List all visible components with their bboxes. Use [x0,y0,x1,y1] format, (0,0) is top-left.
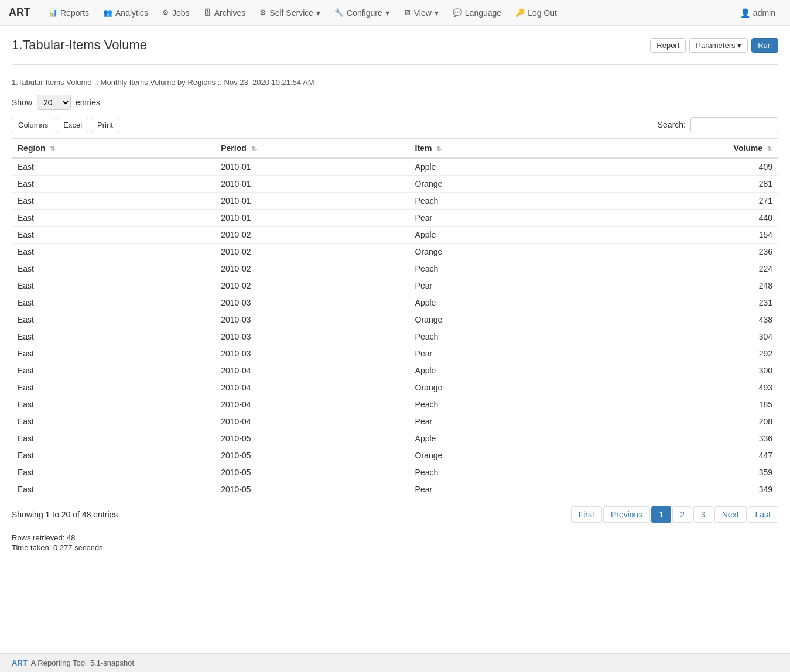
cell-item: Orange [409,379,570,396]
cell-region: East [12,430,215,447]
nav-item-archives[interactable]: 🗄 Archives [198,6,252,20]
cell-period: 2010-02 [215,260,409,277]
nav-item-view[interactable]: 🖥 View ▾ [398,6,444,20]
nav-item-analytics[interactable]: 👥 Analytics [97,6,154,20]
cell-item: Orange [409,176,570,193]
nav-items: 📊 Reports 👥 Analytics ⚙ Jobs 🗄 Archives … [42,6,734,20]
previous-page-button[interactable]: Previous [603,506,650,523]
col-period[interactable]: Period ⇅ [215,139,409,159]
cell-item: Pear [409,413,570,430]
col-region[interactable]: Region ⇅ [12,139,215,159]
last-page-button[interactable]: Last [748,506,778,523]
cell-period: 2010-04 [215,396,409,413]
table-row: East 2010-04 Peach 185 [12,396,778,413]
chevron-down-icon: ▾ [435,8,439,18]
pagination: First Previous 1 2 3 Next Last [571,506,778,523]
cell-item: Pear [409,345,570,362]
chevron-down-icon: ▾ [737,41,741,50]
title-buttons: Report Parameters ▾ Run [650,38,778,53]
page-title: 1.Tabular-Items Volume [12,37,147,53]
rows-retrieved: Rows retrieved: 48 [12,533,778,542]
table-row: East 2010-04 Apple 300 [12,362,778,379]
cell-region: East [12,260,215,277]
table-row: East 2010-02 Peach 224 [12,260,778,277]
run-button[interactable]: Run [751,38,778,53]
data-table: Region ⇅ Period ⇅ Item ⇅ Volume ⇅ East [12,138,778,498]
cell-period: 2010-01 [215,176,409,193]
table-row: East 2010-02 Apple 154 [12,227,778,244]
app-brand[interactable]: ART [9,6,30,19]
search-row: Search: [658,117,778,132]
nav-item-jobs[interactable]: ⚙ Jobs [156,6,196,20]
cell-item: Apple [409,158,570,176]
nav-item-language[interactable]: 💬 Language [447,6,507,20]
cell-region: East [12,396,215,413]
cell-region: East [12,328,215,345]
first-page-button[interactable]: First [571,506,602,523]
view-icon: 🖥 [403,8,411,17]
cell-region: East [12,481,215,498]
nav-item-configure[interactable]: 🔧 Configure ▾ [329,6,395,20]
table-row: East 2010-03 Apple 231 [12,294,778,311]
parameters-button[interactable]: Parameters ▾ [689,38,748,53]
cell-item: Peach [409,260,570,277]
col-item[interactable]: Item ⇅ [409,139,570,159]
cell-period: 2010-02 [215,244,409,260]
cell-item: Apple [409,227,570,244]
cell-region: East [12,277,215,294]
table-row: East 2010-03 Peach 304 [12,328,778,345]
chevron-down-icon: ▾ [316,8,320,18]
cell-region: East [12,176,215,193]
page-3-button[interactable]: 3 [693,506,713,523]
table-row: East 2010-02 Orange 236 [12,244,778,260]
table-head: Region ⇅ Period ⇅ Item ⇅ Volume ⇅ [12,139,778,159]
cell-period: 2010-03 [215,345,409,362]
cell-item: Pear [409,277,570,294]
sort-icon: ⇅ [436,145,442,153]
cell-item: Pear [409,481,570,498]
chevron-down-icon: ▾ [385,8,389,18]
col-volume[interactable]: Volume ⇅ [570,139,778,159]
time-taken: Time taken: 0.277 seconds [12,543,778,552]
table-row: East 2010-04 Orange 493 [12,379,778,396]
cell-volume: 224 [570,260,778,277]
cell-volume: 493 [570,379,778,396]
nav-item-reports[interactable]: 📊 Reports [42,6,95,20]
divider [12,64,778,65]
entries-label: entries [76,98,100,107]
cell-region: East [12,210,215,227]
search-label: Search: [658,120,686,129]
cell-item: Peach [409,328,570,345]
table-row: East 2010-05 Peach 359 [12,464,778,481]
nav-item-self-service[interactable]: ⚙ Self Service ▾ [254,6,326,20]
stats-row: Rows retrieved: 48 Time taken: 0.277 sec… [12,533,778,552]
reports-icon: 📊 [48,8,57,17]
cell-item: Orange [409,244,570,260]
toolbar-row: Columns Excel Print Search: [12,117,778,132]
entries-select[interactable]: 10 20 50 100 [37,95,71,110]
cell-volume: 438 [570,311,778,328]
cell-item: Orange [409,447,570,464]
page-1-button[interactable]: 1 [651,506,671,523]
next-page-button[interactable]: Next [714,506,747,523]
sort-icon: ⇅ [50,145,55,153]
search-input[interactable] [690,117,778,132]
cell-period: 2010-01 [215,158,409,176]
toolbar-buttons: Columns Excel Print [12,118,119,132]
cell-volume: 300 [570,362,778,379]
columns-button[interactable]: Columns [12,118,54,132]
cell-region: East [12,379,215,396]
cell-period: 2010-01 [215,210,409,227]
page-2-button[interactable]: 2 [672,506,692,523]
nav-item-logout[interactable]: 🔑 Log Out [509,6,563,20]
cell-item: Apple [409,294,570,311]
cell-item: Peach [409,396,570,413]
logout-icon: 🔑 [515,8,525,17]
print-button[interactable]: Print [91,118,119,132]
excel-button[interactable]: Excel [57,118,88,132]
cell-region: East [12,158,215,176]
report-button[interactable]: Report [650,38,686,53]
table-row: East 2010-01 Apple 409 [12,158,778,176]
table-row: East 2010-01 Orange 281 [12,176,778,193]
page-title-row: 1.Tabular-Items Volume Report Parameters… [12,37,778,53]
